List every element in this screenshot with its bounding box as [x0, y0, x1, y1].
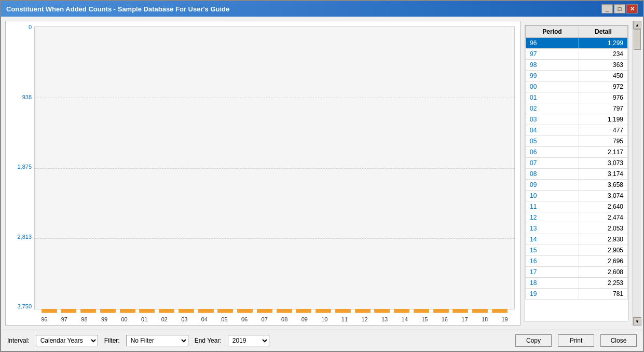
interval-label: Interval: — [7, 337, 30, 344]
table-row[interactable]: 19781 — [526, 289, 628, 300]
y-axis-label: 938 — [6, 94, 32, 100]
scrollbar[interactable]: ▲ ▼ — [633, 21, 641, 326]
detail-cell: 2,253 — [579, 278, 627, 289]
table-row[interactable]: 031,199 — [526, 114, 628, 125]
detail-cell: 3,174 — [579, 169, 627, 180]
x-axis-label: 00 — [121, 316, 127, 322]
x-axis-label: 98 — [81, 316, 87, 322]
period-cell: 96 — [526, 38, 579, 49]
bar-top — [257, 309, 272, 313]
bar-top — [277, 309, 292, 313]
print-button[interactable]: Print — [558, 334, 594, 347]
table-row[interactable]: 132,053 — [526, 223, 628, 234]
period-cell: 04 — [526, 125, 579, 136]
bar-top — [198, 309, 214, 313]
x-axis-label: 15 — [421, 316, 428, 322]
scroll-thumb[interactable] — [634, 29, 641, 50]
table-row[interactable]: 152,905 — [526, 245, 628, 256]
period-cell: 08 — [526, 169, 579, 180]
x-axis-label: 02 — [161, 316, 168, 322]
x-axis-label: 03 — [181, 316, 187, 322]
table-row[interactable]: 142,930 — [526, 234, 628, 245]
bar-top — [217, 309, 233, 313]
period-cell: 99 — [526, 71, 579, 82]
bar-top — [492, 309, 508, 313]
bar-top — [335, 309, 351, 313]
period-cell: 98 — [526, 60, 579, 71]
table-row[interactable]: 172,608 — [526, 267, 628, 278]
detail-cell: 2,053 — [579, 223, 627, 234]
detail-cell: 1,299 — [579, 38, 627, 49]
period-cell: 15 — [526, 245, 579, 256]
period-cell: 13 — [526, 223, 579, 234]
period-cell: 11 — [526, 201, 579, 212]
chart-inner — [34, 26, 515, 309]
table-row[interactable]: 093,658 — [526, 180, 628, 191]
sidebar-table: Period Detail 961,2999723498363994500097… — [525, 25, 628, 321]
detail-cell: 450 — [579, 71, 627, 82]
interval-select[interactable]: Calendar Years — [36, 335, 98, 346]
bar-top — [453, 309, 468, 313]
period-cell: 10 — [526, 191, 579, 201]
table-row[interactable]: 103,074 — [526, 191, 628, 201]
scroll-up-arrow[interactable]: ▲ — [633, 21, 641, 29]
endyear-label: End Year: — [195, 337, 222, 344]
bars-container — [35, 27, 514, 309]
table-row[interactable]: 97234 — [526, 49, 628, 60]
y-axis-label: 2,813 — [6, 234, 32, 240]
x-axis-label: 13 — [381, 316, 388, 322]
table-row[interactable]: 073,073 — [526, 158, 628, 169]
bar-top — [159, 309, 174, 313]
endyear-select[interactable]: 2019 — [228, 335, 269, 346]
bar-top — [433, 309, 449, 313]
detail-cell: 3,073 — [579, 158, 627, 169]
table-row[interactable]: 00972 — [526, 82, 628, 92]
close-button[interactable]: Close — [600, 334, 637, 347]
col-period-header: Period — [526, 26, 579, 38]
bar-top — [374, 309, 390, 313]
bar-top — [61, 309, 76, 313]
detail-cell: 477 — [579, 125, 627, 136]
table-row[interactable]: 01976 — [526, 92, 628, 103]
minimize-button[interactable]: _ — [601, 4, 613, 13]
titlebar: Constituent When Added Counts - Sample D… — [1, 1, 643, 17]
sidebar-wrapper: Period Detail 961,2999723498363994500097… — [525, 21, 639, 326]
x-axis-label: 04 — [201, 316, 208, 322]
table-row[interactable]: 162,696 — [526, 256, 628, 267]
table-row[interactable]: 083,174 — [526, 169, 628, 180]
period-cell: 09 — [526, 180, 579, 191]
table-row[interactable]: 062,117 — [526, 147, 628, 158]
table-row[interactable]: 04477 — [526, 125, 628, 136]
bar-top — [237, 309, 253, 313]
copy-button[interactable]: Copy — [515, 334, 552, 347]
table-row[interactable]: 122,474 — [526, 212, 628, 223]
table-row[interactable]: 961,299 — [526, 38, 628, 49]
filter-select[interactable]: No Filter — [126, 335, 188, 346]
x-axis-label: 96 — [41, 316, 47, 322]
table-row[interactable]: 182,253 — [526, 278, 628, 289]
detail-cell: 2,640 — [579, 201, 627, 212]
maximize-button[interactable]: □ — [614, 4, 625, 13]
period-cell: 19 — [526, 289, 579, 300]
x-axis-label: 09 — [302, 316, 308, 322]
x-axis: 9697989900010203040506070809101112131415… — [34, 316, 515, 322]
chart-container: 09381,8752,8133,750 96979899000102030405… — [6, 21, 520, 325]
table-row[interactable]: 99450 — [526, 71, 628, 82]
table-row[interactable]: 02797 — [526, 103, 628, 114]
detail-cell: 797 — [579, 103, 627, 114]
table-row[interactable]: 05795 — [526, 136, 628, 147]
bar-top — [296, 309, 311, 313]
bar-top — [414, 309, 429, 313]
period-cell: 97 — [526, 49, 579, 60]
titlebar-close-button[interactable]: ✕ — [626, 4, 638, 13]
table-row[interactable]: 98363 — [526, 60, 628, 71]
x-axis-label: 07 — [262, 316, 268, 322]
x-axis-label: 06 — [241, 316, 248, 322]
detail-cell: 2,608 — [579, 267, 627, 278]
table-row[interactable]: 112,640 — [526, 201, 628, 212]
x-axis-label: 19 — [501, 316, 508, 322]
period-cell: 14 — [526, 234, 579, 245]
x-axis-label: 05 — [221, 316, 227, 322]
scroll-down-arrow[interactable]: ▼ — [633, 317, 641, 326]
chart-area: 09381,8752,8133,750 96979899000102030405… — [5, 21, 520, 326]
